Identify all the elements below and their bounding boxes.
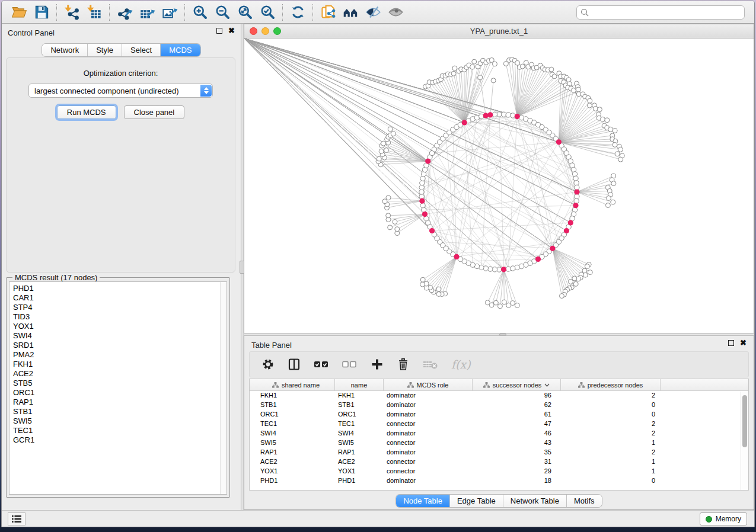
network-node[interactable] [574, 198, 579, 203]
network-node[interactable] [559, 294, 564, 299]
network-node[interactable] [506, 267, 511, 271]
tab-network[interactable]: Network [42, 44, 88, 56]
mcds-node[interactable] [564, 228, 569, 233]
network-node[interactable] [588, 98, 592, 103]
gear-icon[interactable] [261, 358, 275, 371]
network-node[interactable] [568, 279, 573, 284]
mcds-result-item[interactable]: SWI4 [13, 331, 227, 341]
columns-icon[interactable] [288, 358, 301, 371]
mcds-node[interactable] [454, 254, 459, 259]
network-node[interactable] [420, 176, 425, 181]
network-node[interactable] [515, 303, 519, 307]
task-history-button[interactable] [8, 512, 25, 525]
float-panel-icon[interactable] [728, 340, 734, 346]
network-node[interactable] [549, 67, 554, 72]
network-node[interactable] [605, 203, 610, 208]
network-node[interactable] [485, 300, 490, 305]
zoom-out-icon[interactable] [211, 3, 234, 22]
network-node[interactable] [573, 176, 578, 181]
table-row[interactable]: FKH1FKH1dominator962 [250, 391, 748, 400]
export-network-icon[interactable] [113, 3, 136, 22]
open-file-icon[interactable] [8, 3, 30, 22]
network-node[interactable] [478, 75, 483, 80]
table-row[interactable]: ORC1ORC1dominator610 [250, 410, 748, 419]
tab-motifs[interactable]: Motifs [567, 495, 602, 507]
show-all-icon[interactable] [384, 3, 407, 22]
run-mcds-button[interactable]: Run MCDS [57, 105, 116, 119]
mcds-result-item[interactable]: SWI5 [13, 416, 227, 426]
network-node[interactable] [420, 282, 425, 287]
mcds-result-item[interactable]: ORC1 [13, 388, 227, 398]
delete-icon[interactable] [397, 358, 410, 371]
zoom-fit-icon[interactable] [234, 3, 256, 22]
mcds-result-item[interactable]: YOX1 [13, 322, 227, 331]
clone-network-icon[interactable] [317, 3, 339, 22]
refresh-icon[interactable] [286, 3, 309, 22]
network-node[interactable] [379, 149, 384, 153]
mcds-node[interactable] [429, 228, 435, 233]
network-node[interactable] [436, 291, 441, 296]
network-node[interactable] [381, 141, 385, 146]
network-node[interactable] [436, 287, 441, 291]
table-row[interactable]: RAP1RAP1dominator352 [250, 448, 748, 457]
network-node[interactable] [520, 64, 525, 69]
network-node[interactable] [515, 265, 519, 270]
hide-selected-icon[interactable] [362, 3, 384, 22]
export-table-icon[interactable] [136, 3, 158, 22]
mcds-node[interactable] [535, 257, 541, 262]
table-row[interactable]: TEC1TEC1connector472 [250, 419, 748, 429]
mcds-result-item[interactable]: STP4 [13, 303, 227, 312]
network-node[interactable] [611, 181, 616, 186]
network-node[interactable] [386, 213, 391, 218]
mcds-result-item[interactable]: PMA2 [13, 350, 227, 360]
minimize-window-icon[interactable] [261, 27, 269, 35]
network-node[interactable] [605, 118, 610, 123]
network-node[interactable] [420, 277, 425, 282]
close-panel-icon[interactable]: ✖ [228, 28, 235, 34]
network-node[interactable] [492, 112, 497, 117]
network-node[interactable] [572, 172, 577, 177]
network-node[interactable] [497, 304, 502, 309]
network-node[interactable] [483, 266, 488, 271]
network-node[interactable] [552, 74, 557, 79]
mcds-node[interactable] [568, 220, 573, 225]
optimization-criterion-select[interactable]: largest connected component (undirected) [28, 84, 213, 98]
network-node[interactable] [571, 88, 576, 93]
network-node[interactable] [388, 127, 393, 132]
network-node[interactable] [597, 107, 602, 112]
close-panel-button[interactable]: Close panel [124, 105, 185, 119]
tab-style[interactable]: Style [88, 44, 122, 56]
mcds-result-item[interactable]: GCR1 [13, 435, 227, 445]
table-row[interactable]: SWI5SWI5connector431 [250, 438, 748, 448]
mcds-result-item[interactable]: ACE2 [13, 369, 227, 379]
network-canvas[interactable] [244, 39, 754, 333]
network-node[interactable] [470, 65, 475, 69]
column-header-successor-nodes[interactable]: successor nodes [473, 379, 561, 390]
network-node[interactable] [511, 113, 515, 118]
network-node[interactable] [606, 196, 611, 200]
tab-select[interactable]: Select [122, 44, 161, 56]
network-node[interactable] [511, 266, 515, 271]
network-node[interactable] [377, 156, 381, 161]
network-node[interactable] [613, 129, 617, 133]
table-row[interactable]: STB1STB1dominator620 [250, 400, 748, 410]
mcds-node[interactable] [574, 189, 579, 194]
table-row[interactable]: YOX1YOX1connector291 [250, 467, 748, 476]
network-node[interactable] [608, 127, 613, 132]
network-node[interactable] [618, 157, 623, 162]
network-node[interactable] [479, 114, 484, 118]
network-node[interactable] [492, 62, 497, 66]
network-node[interactable] [388, 225, 393, 230]
first-neighbors-icon[interactable] [339, 3, 362, 22]
network-node[interactable] [488, 267, 493, 271]
maximize-window-icon[interactable] [273, 27, 281, 35]
mcds-node[interactable] [487, 112, 493, 117]
import-network-icon[interactable] [60, 3, 83, 22]
import-table-icon[interactable] [83, 3, 106, 22]
network-node[interactable] [502, 300, 506, 305]
close-panel-icon[interactable]: ✖ [740, 340, 747, 346]
column-header-name[interactable]: name [335, 379, 384, 390]
mcds-node[interactable] [515, 114, 520, 119]
select-all-icon[interactable] [314, 358, 329, 371]
zoom-in-icon[interactable] [189, 3, 211, 22]
